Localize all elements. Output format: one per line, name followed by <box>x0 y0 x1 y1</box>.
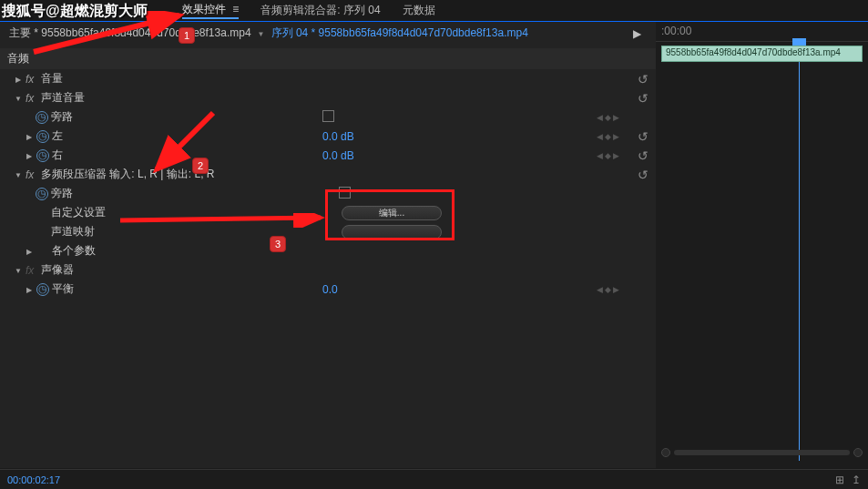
breadcrumb-chevron-icon[interactable] <box>257 29 266 38</box>
balance-row[interactable]: 平衡 0.0 ◀◆▶ <box>0 280 656 299</box>
chevron-icon[interactable] <box>25 151 34 160</box>
params-row[interactable]: 各个参数 <box>0 241 656 260</box>
fx-panner-row[interactable]: fx声像器 <box>0 260 656 280</box>
fx-volume-row[interactable]: fx音量 <box>0 69 656 88</box>
timecode-display[interactable]: 00:00:02:17 <box>7 474 60 485</box>
keyframe-controls[interactable]: ◀◆▶ <box>597 113 619 122</box>
fx-channel-volume-row[interactable]: fx声道音量 <box>0 88 656 107</box>
stopwatch-icon[interactable] <box>36 111 48 124</box>
stopwatch-icon[interactable] <box>36 188 48 200</box>
channel-map-row[interactable]: 声道映射 <box>0 222 656 241</box>
stopwatch-icon[interactable] <box>36 149 49 162</box>
tab-metadata[interactable]: 元数据 <box>403 3 435 18</box>
panel-tabs: 效果控件 ≡ 音频剪辑混合器: 序列 04 元数据 <box>0 0 868 22</box>
breadcrumb-sequence[interactable]: 序列 04 * 9558bb65fa49f8d4d047d70dbde8f13a… <box>271 25 528 41</box>
toggle-icon[interactable]: ⊞ <box>835 474 844 486</box>
fx-icon: fx <box>26 264 38 277</box>
reset-icon[interactable] <box>638 168 648 182</box>
panel-menu-icon[interactable]: ≡ <box>232 3 239 15</box>
left-value[interactable]: 0.0 dB <box>322 130 354 143</box>
keyframe-controls[interactable]: ◀◆▶ <box>597 285 619 294</box>
custom-setup-row[interactable]: 自定义设置 编辑... <box>0 203 656 222</box>
chevron-icon[interactable] <box>25 285 34 294</box>
multiband-bypass-row[interactable]: 旁路 <box>0 184 656 203</box>
zoom-out-handle[interactable] <box>661 448 670 457</box>
export-icon[interactable]: ↥ <box>852 474 861 486</box>
fx-icon[interactable]: fx <box>26 92 38 105</box>
edit-button[interactable]: 编辑... <box>342 206 442 220</box>
timeline-clip[interactable]: 9558bb65fa49f8d4d047d70dbde8f13a.mp4 <box>661 46 863 62</box>
reset-icon[interactable] <box>638 72 648 87</box>
fx-icon[interactable]: fx <box>26 168 38 181</box>
chevron-icon[interactable] <box>14 94 23 103</box>
right-channel-row[interactable]: 右 0.0 dB ◀◆▶ <box>0 146 656 165</box>
bypass-checkbox[interactable] <box>322 110 334 125</box>
mini-timeline-panel: :00:00 9558bb65fa49f8d4d047d70dbde8f13a.… <box>656 22 868 468</box>
bypass-checkbox[interactable] <box>339 187 351 201</box>
keyframe-controls[interactable]: ◀◆▶ <box>597 132 619 141</box>
reset-icon[interactable] <box>638 91 648 106</box>
clip-breadcrumb: 主要 * 9558bb65fa49f8d4d047d70dbde8f13a.mp… <box>0 22 656 45</box>
zoom-in-handle[interactable] <box>853 448 863 457</box>
reset-icon[interactable] <box>638 148 648 163</box>
timeline-ruler[interactable]: :00:00 <box>656 22 868 42</box>
audio-section-header: 音频 <box>0 48 656 69</box>
stopwatch-icon[interactable] <box>36 283 49 296</box>
stopwatch-icon[interactable] <box>36 130 49 143</box>
keyframe-controls[interactable]: ◀◆▶ <box>597 151 619 160</box>
left-channel-row[interactable]: 左 0.0 dB ◀◆▶ <box>0 127 656 146</box>
tab-audio-mixer[interactable]: 音频剪辑混合器: 序列 04 <box>260 3 380 18</box>
footer-bar: 00:00:02:17 ⊞ ↥ <box>0 469 868 489</box>
balance-value[interactable]: 0.0 <box>322 283 338 296</box>
fx-multiband-row[interactable]: fx多频段压缩器 输入: L, R | 输出: L, R <box>0 165 656 184</box>
chevron-icon[interactable] <box>14 75 23 84</box>
chevron-icon[interactable] <box>25 247 34 256</box>
playhead-line <box>799 42 800 461</box>
fx-icon[interactable]: fx <box>26 73 38 86</box>
play-indicator-icon[interactable]: ▶ <box>633 27 641 40</box>
right-value[interactable]: 0.0 dB <box>322 149 354 162</box>
effect-controls-panel: 主要 * 9558bb65fa49f8d4d047d70dbde8f13a.mp… <box>0 22 656 468</box>
breadcrumb-main: 主要 * 9558bb65fa49f8d4d047d70dbde8f13a.mp… <box>9 25 251 41</box>
timeline-scrollbar[interactable] <box>674 450 850 455</box>
bypass-row[interactable]: 旁路 ◀◆▶ <box>0 107 656 127</box>
remap-button[interactable] <box>342 225 442 239</box>
chevron-icon[interactable] <box>14 266 23 275</box>
tab-effect-controls[interactable]: 效果控件 ≡ <box>182 2 239 19</box>
reset-icon[interactable] <box>638 129 648 144</box>
chevron-icon[interactable] <box>14 170 23 179</box>
chevron-icon[interactable] <box>25 132 34 141</box>
